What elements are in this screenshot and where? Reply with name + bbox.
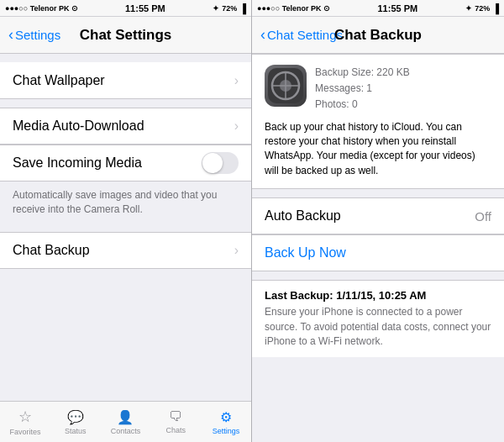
left-back-button[interactable]: ‹ Settings xyxy=(8,26,60,44)
contacts-icon: 👤 xyxy=(117,409,134,425)
right-wifi-icon: ⊙ xyxy=(323,4,330,13)
right-battery: 72% xyxy=(475,4,490,13)
save-media-description: Automatically save images and video that… xyxy=(0,182,251,224)
chat-wallpaper-chevron-icon: › xyxy=(234,73,239,88)
icloud-icon xyxy=(265,65,307,107)
right-content: Backup Size: 220 KB Messages: 1 Photos: … xyxy=(252,54,504,442)
tab-status[interactable]: 💬 Status xyxy=(50,409,101,435)
backup-messages: Messages: 1 xyxy=(315,81,410,97)
tab-contacts-label: Contacts xyxy=(111,427,141,435)
save-incoming-media-item[interactable]: Save Incoming Media xyxy=(0,145,251,182)
left-nav-title: Chat Settings xyxy=(80,27,172,44)
backup-size: Backup Size: 220 KB xyxy=(315,65,410,81)
chat-backup-label: Chat Backup xyxy=(13,243,90,258)
save-incoming-media-toggle[interactable] xyxy=(202,152,239,174)
auto-backup-value: Off xyxy=(475,209,491,224)
left-battery: 72% xyxy=(222,4,237,13)
back-up-now-row: Back Up Now xyxy=(252,234,504,271)
status-icon: 💬 xyxy=(67,409,84,425)
backup-top-row: Backup Size: 220 KB Messages: 1 Photos: … xyxy=(265,65,491,113)
tab-status-label: Status xyxy=(65,427,87,435)
left-panel: ●●●○○ Telenor PK ⊙ 11:55 PM ✦ 72% ▐ ‹ Se… xyxy=(0,0,252,442)
left-time: 11:55 PM xyxy=(125,3,165,13)
save-incoming-media-label: Save Incoming Media xyxy=(13,155,142,171)
icloud-svg xyxy=(268,68,303,103)
right-status-left: ●●●○○ Telenor PK ⊙ xyxy=(257,4,330,13)
media-auto-download-item[interactable]: Media Auto-Download › xyxy=(0,108,251,145)
last-backup-section: Last Backup: 1/11/15, 10:25 AM Ensure yo… xyxy=(252,280,504,357)
chat-backup-item[interactable]: Chat Backup › xyxy=(0,232,251,269)
right-back-label: Chat Settings xyxy=(267,28,343,42)
left-status-right: ✦ 72% ▐ xyxy=(213,3,246,13)
left-settings-list: Chat Wallpaper › Media Auto-Download › S… xyxy=(0,54,251,401)
favorites-icon: ☆ xyxy=(18,408,32,426)
tab-settings[interactable]: ⚙ Settings xyxy=(201,409,251,435)
left-back-arrow-icon: ‹ xyxy=(8,26,13,44)
right-back-arrow-icon: ‹ xyxy=(260,26,265,44)
tab-chats-label: Chats xyxy=(166,426,186,434)
backup-header-block: Backup Size: 220 KB Messages: 1 Photos: … xyxy=(252,54,504,189)
backup-photos: Photos: 0 xyxy=(315,97,410,113)
left-wifi-icon: ⊙ xyxy=(71,4,78,13)
left-bluetooth-icon: ✦ xyxy=(213,4,219,13)
tab-settings-label: Settings xyxy=(213,427,240,435)
tab-favorites-label: Favorites xyxy=(9,428,40,436)
settings-icon: ⚙ xyxy=(220,409,232,425)
right-panel: ●●●○○ Telenor PK ⊙ 11:55 PM ✦ 72% ▐ ‹ Ch… xyxy=(252,0,504,442)
chat-backup-chevron-icon: › xyxy=(234,243,239,258)
left-nav-bar: ‹ Settings Chat Settings xyxy=(0,17,251,54)
last-backup-desc: Ensure your iPhone is connected to a pow… xyxy=(265,305,491,349)
left-status-left: ●●●○○ Telenor PK ⊙ xyxy=(5,4,78,13)
right-status-bar: ●●●○○ Telenor PK ⊙ 11:55 PM ✦ 72% ▐ xyxy=(252,0,504,17)
right-bluetooth-icon: ✦ xyxy=(465,4,472,13)
top-gap xyxy=(0,54,251,62)
backup-stats: Backup Size: 220 KB Messages: 1 Photos: … xyxy=(315,65,410,113)
chat-wallpaper-item[interactable]: Chat Wallpaper › xyxy=(0,62,251,99)
right-nav-bar: ‹ Chat Settings Chat Backup xyxy=(252,17,504,54)
right-battery-icon: ▐ xyxy=(492,3,499,13)
auto-backup-row[interactable]: Auto Backup Off xyxy=(252,197,504,234)
backup-description: Back up your chat history to iCloud. You… xyxy=(265,120,491,179)
gap-1 xyxy=(0,99,251,108)
right-carrier: ●●●○○ Telenor PK xyxy=(257,4,322,13)
right-nav-title: Chat Backup xyxy=(334,27,422,44)
right-back-button[interactable]: ‹ Chat Settings xyxy=(260,26,343,44)
media-auto-download-label: Media Auto-Download xyxy=(13,118,144,134)
media-chevron-icon: › xyxy=(234,118,239,134)
tab-favorites[interactable]: ☆ Favorites xyxy=(0,408,50,436)
left-back-label: Settings xyxy=(15,28,60,42)
last-backup-title: Last Backup: 1/11/15, 10:25 AM xyxy=(265,289,491,302)
right-time: 11:55 PM xyxy=(378,3,418,13)
tab-contacts[interactable]: 👤 Contacts xyxy=(101,409,151,435)
auto-backup-label: Auto Backup xyxy=(265,208,341,224)
toggle-knob xyxy=(202,153,223,173)
gap-2 xyxy=(0,224,251,232)
back-up-now-button[interactable]: Back Up Now xyxy=(265,245,346,260)
left-battery-icon: ▐ xyxy=(239,3,246,13)
right-status-right: ✦ 72% ▐ xyxy=(465,3,499,13)
left-carrier: ●●●○○ Telenor PK xyxy=(5,4,70,13)
left-status-bar: ●●●○○ Telenor PK ⊙ 11:55 PM ✦ 72% ▐ xyxy=(0,0,251,17)
left-tab-bar: ☆ Favorites 💬 Status 👤 Contacts 🗨 Chats … xyxy=(0,401,251,442)
chat-wallpaper-label: Chat Wallpaper xyxy=(13,73,105,88)
chats-icon: 🗨 xyxy=(169,409,182,424)
tab-chats[interactable]: 🗨 Chats xyxy=(150,409,201,434)
